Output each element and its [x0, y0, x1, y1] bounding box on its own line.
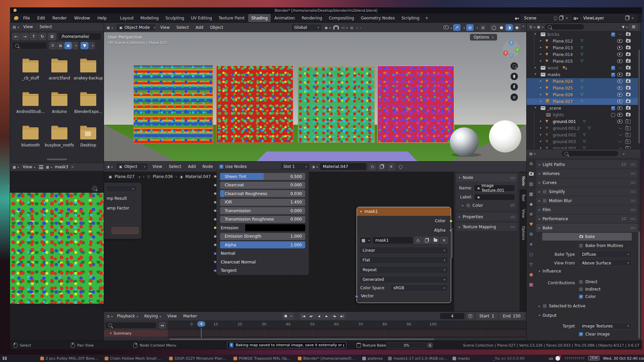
- cam-icon[interactable]: [626, 53, 631, 56]
- direct-checkbox[interactable]: [579, 280, 583, 284]
- node-enum-dropdown[interactable]: Flat: [360, 256, 448, 264]
- filter-dropdown[interactable]: [89, 42, 95, 49]
- viewlayer-selector[interactable]: ViewLayer ×: [580, 15, 637, 21]
- outliner-row[interactable]: ▾masks: [527, 71, 638, 78]
- summary-channel[interactable]: ▾ Summary: [104, 330, 168, 337]
- color-swatch[interactable]: [466, 203, 470, 207]
- node-input-row[interactable]: Sheen Tint 0.500: [220, 173, 305, 180]
- workspace-tab[interactable]: Rendering: [299, 14, 325, 22]
- camo-icon[interactable]: [625, 140, 631, 144]
- falloff-icon[interactable]: ∧: [356, 26, 361, 29]
- workspace-tab[interactable]: Shading: [248, 14, 271, 22]
- textured-plane-2[interactable]: [216, 66, 293, 143]
- node-input-row[interactable]: Transmission Roughness 0.000: [220, 216, 305, 223]
- panel-collapsed[interactable]: Film: [536, 205, 638, 214]
- tool-icon[interactable]: ⚙: [527, 159, 536, 168]
- refresh-button[interactable]: ↻: [38, 33, 46, 40]
- back-button[interactable]: ←: [12, 33, 20, 40]
- workspace-tab[interactable]: Animation: [271, 14, 298, 22]
- use-nodes-checkbox[interactable]: [219, 165, 223, 169]
- menu-item[interactable]: Select: [168, 164, 182, 169]
- output-icon[interactable]: ▤: [527, 179, 536, 188]
- editor-type-icon[interactable]: ▤: [529, 152, 535, 156]
- display-settings-dropdown[interactable]: [72, 42, 78, 49]
- outliner-item-label[interactable]: Plane.024: [553, 79, 573, 84]
- outliner-item-label[interactable]: Plane.012: [553, 39, 573, 44]
- snap-magnet-icon[interactable]: [333, 25, 339, 29]
- physics-icon[interactable]: ○: [527, 250, 536, 259]
- menu-item[interactable]: View: [22, 24, 34, 29]
- presets-icon[interactable]: [510, 204, 515, 207]
- input-socket[interactable]: [214, 184, 217, 187]
- overlays-toggle[interactable]: ◎: [466, 24, 474, 31]
- expander-icon[interactable]: ▸: [540, 99, 542, 103]
- input-socket[interactable]: [214, 252, 217, 255]
- clock[interactable]: Wed, 30 Oct 02:40 cornernw: [603, 356, 644, 361]
- image-icon[interactable]: ▦: [46, 165, 52, 169]
- drag-grip[interactable]: [631, 172, 635, 175]
- folder-item[interactable]: Arduino: [45, 90, 74, 119]
- outliner-item-label[interactable]: ground.003: [553, 139, 576, 144]
- transform-orientation-dropdown[interactable]: Global: [291, 24, 322, 31]
- cam-icon[interactable]: [626, 106, 631, 110]
- folder-item[interactable]: AndroidStudi...: [16, 90, 45, 119]
- jump-to-end-button[interactable]: ▶|: [338, 313, 346, 319]
- node-input-row[interactable]: Normal: [220, 250, 305, 257]
- menu-item[interactable]: Render: [51, 16, 68, 20]
- copy-icon[interactable]: [378, 163, 385, 170]
- node-name-field[interactable]: ▣Image Texture.001: [474, 185, 515, 191]
- expander-icon[interactable]: ▸: [535, 66, 536, 69]
- sidebar-tab[interactable]: Options: [519, 223, 527, 243]
- outliner-item-label[interactable]: Plane.026: [553, 93, 573, 97]
- zoom-tool-icon[interactable]: [511, 62, 518, 70]
- menu-item[interactable]: Keying: [143, 314, 162, 318]
- folder-item[interactable]: anakey-backup: [74, 56, 103, 85]
- menu-item[interactable]: View: [166, 314, 178, 318]
- navigation-gizmo[interactable]: Z Y X: [502, 40, 520, 58]
- input-socket[interactable]: [214, 260, 217, 263]
- current-frame-field[interactable]: 4: [440, 313, 465, 319]
- menu-item[interactable]: Add: [195, 25, 204, 30]
- clear-image-checkbox[interactable]: [579, 332, 583, 336]
- expander-icon[interactable]: ▸: [540, 93, 542, 96]
- visibility-icon[interactable]: [443, 25, 452, 30]
- workspace-tab[interactable]: Compositing: [326, 14, 357, 22]
- filter-icon[interactable]: ▼: [80, 42, 89, 49]
- outliner-item-label[interactable]: _scene: [547, 106, 561, 111]
- outliner-row[interactable]: ▸▼ground.003▽: [527, 138, 638, 145]
- keyboard-layout[interactable]: us: [549, 356, 553, 361]
- chk-icon[interactable]: [611, 73, 615, 77]
- outliner-row[interactable]: ▸wood▼8: [527, 65, 638, 71]
- cam-icon[interactable]: [626, 86, 631, 89]
- viewport-editor[interactable]: ▦ ▣Object Mode ViewSelectAddObject Globa…: [104, 23, 527, 162]
- path-field[interactable]: /home/amalie/: [58, 33, 101, 40]
- panel-header[interactable]: ▾ Node: [456, 174, 518, 182]
- drag-grip[interactable]: [631, 163, 635, 166]
- play-reverse-button[interactable]: ◀: [315, 313, 323, 319]
- camo-icon[interactable]: [625, 126, 631, 130]
- outliner-editor[interactable]: ☰ ▦ ▼ ⊞ ▾bricks▸▼Plane.012▽▸▼Plane.013▽▸…: [527, 23, 641, 149]
- node-header[interactable]: ▾mask1: [357, 207, 451, 216]
- eye-icon[interactable]: [617, 39, 623, 43]
- menu-item[interactable]: Node: [202, 164, 214, 169]
- menu-item[interactable]: Edit: [36, 16, 46, 20]
- chk-icon[interactable]: [611, 66, 615, 70]
- scrollbar[interactable]: [638, 231, 640, 339]
- start-frame-field[interactable]: Start1: [476, 313, 497, 319]
- object-data-icon[interactable]: ▽: [527, 260, 536, 269]
- shading-rendered-button[interactable]: ◉: [513, 24, 521, 31]
- scene-selector[interactable]: Scene ×: [521, 15, 572, 21]
- taskbar-window-button[interactable]: Chain Hollow Mesh Small Cock Ca...: [105, 356, 164, 361]
- input-socket[interactable]: [214, 218, 217, 221]
- outliner-item-label[interactable]: Plane.013: [553, 46, 573, 50]
- menu-item[interactable]: View: [159, 25, 170, 30]
- outliner-row[interactable]: ▸▼Plane.012▽: [527, 38, 638, 45]
- jump-to-start-button[interactable]: |◀: [300, 313, 307, 319]
- vector-input-socket[interactable]: [355, 295, 358, 298]
- scrollbar[interactable]: [638, 50, 640, 143]
- pan-hand-icon[interactable]: [511, 73, 518, 80]
- outliner-row[interactable]: ▸▼Plane.015▽: [527, 58, 638, 65]
- chk-icon[interactable]: [611, 33, 615, 37]
- unlink-icon[interactable]: ×: [440, 237, 448, 244]
- expander-icon[interactable]: ▸: [540, 46, 542, 49]
